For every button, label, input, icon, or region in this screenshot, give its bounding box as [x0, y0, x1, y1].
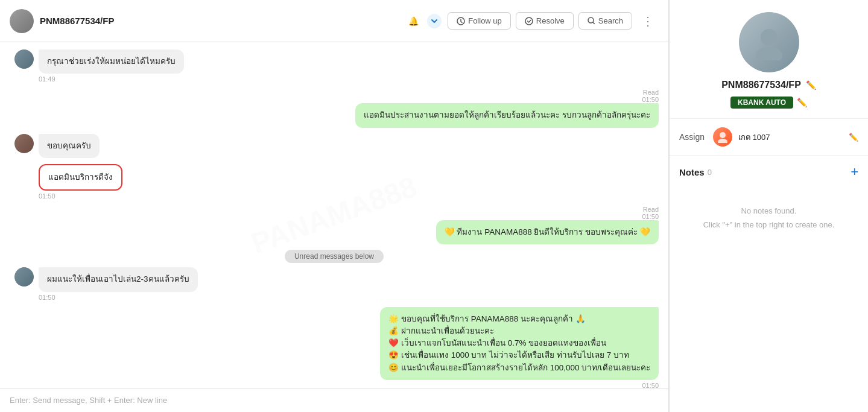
notes-header: Notes 0 +: [679, 164, 858, 180]
message-row: ขอบคุณครับ: [10, 134, 659, 158]
tag-edit-icon[interactable]: ✏️: [797, 98, 807, 107]
notes-empty-message: No notes found. Click "+" in the top rig…: [679, 204, 858, 232]
message-row: กรุณาช่วยเร่งให้ผมหน่อยได้ไหมครับ 01:49: [10, 49, 659, 83]
unread-label: Unread messages below: [285, 250, 384, 263]
avatar: [14, 49, 34, 69]
chat-input-area[interactable]: Enter: Send message, Shift + Enter: New …: [0, 388, 668, 412]
profile-avatar: [739, 12, 799, 72]
avatar: [14, 134, 34, 153]
svg-point-6: [718, 139, 727, 143]
message-row: Read01:50 แอดมินประสานงานตามยอดให้ลูกค้า…: [10, 89, 659, 127]
message-row: แอดมินบริการดีจัง 01:50: [10, 164, 659, 200]
assign-label: Assign: [679, 132, 705, 142]
svg-point-1: [525, 17, 533, 25]
message-bubble: Read01:50 แอดมินประสานงานตามยอดให้ลูกค้า…: [355, 89, 659, 127]
assign-edit-icon[interactable]: ✏️: [849, 133, 858, 142]
search-icon: [588, 17, 595, 25]
follow-up-button[interactable]: Follow up: [448, 12, 511, 30]
right-panel: PNM88677534/FP ✏️ KBANK AUTO ✏️ Assign เ…: [669, 0, 868, 412]
bubble-text: แอดมินบริการดีจัง: [39, 164, 122, 191]
assign-avatar-icon: [717, 131, 729, 143]
profile-name: PNM88677534/FP: [721, 80, 801, 90]
message-time: 01:49: [39, 75, 184, 83]
chat-panel: PNM88677534/FP 🔔 Follow up Resolve Searc…: [0, 0, 669, 412]
assign-avatar: [713, 127, 732, 147]
bubble-text: 🌟 ขอบคุณที่ใช้บริการ PANAMA888 นะคะคุณลู…: [380, 307, 659, 380]
assign-section: Assign เกต 1007 ✏️: [670, 119, 868, 156]
expand-button[interactable]: [427, 14, 442, 28]
chat-avatar: [10, 9, 34, 33]
notes-empty-line1: No notes found.: [679, 204, 858, 218]
bubble-text: แอดมินประสานงานตามยอดให้ลูกค้าเรียบร้อยแ…: [355, 103, 659, 127]
search-button[interactable]: Search: [578, 12, 632, 30]
assign-name: เกต 1007: [738, 131, 770, 144]
chat-header: PNM88677534/FP 🔔 Follow up Resolve Searc…: [0, 0, 668, 42]
follow-up-icon: [457, 17, 465, 25]
notes-add-button[interactable]: +: [851, 164, 858, 180]
message-time: 01:50: [380, 382, 659, 388]
kbank-tag: KBANK AUTO: [730, 97, 793, 109]
more-options-button[interactable]: ⋮: [637, 11, 659, 31]
profile-name-edit-icon[interactable]: ✏️: [806, 80, 816, 90]
messages-content: กรุณาช่วยเร่งให้ผมหน่อยได้ไหมครับ 01:49 …: [10, 49, 659, 388]
header-actions: Follow up Resolve Search ⋮: [448, 11, 659, 31]
notes-label: Notes: [679, 167, 705, 177]
message-row: ผมแนะให้เพื่อนเอาไปเล่น2-3คนแล้วครับ 01:…: [10, 267, 659, 300]
tag-row: KBANK AUTO ✏️: [730, 97, 807, 109]
message-bubble: กรุณาช่วยเร่งให้ผมหน่อยได้ไหมครับ 01:49: [39, 49, 184, 83]
resolve-button[interactable]: Resolve: [516, 12, 574, 30]
profile-name-row: PNM88677534/FP ✏️: [721, 80, 816, 90]
chat-input-placeholder[interactable]: Enter: Send message, Shift + Enter: New …: [10, 396, 659, 405]
read-status: Read01:50: [355, 89, 659, 103]
svg-point-3: [761, 29, 778, 46]
read-status: Read01:50: [436, 206, 659, 220]
svg-point-4: [756, 47, 782, 60]
message-bubble: 🌟 ขอบคุณที่ใช้บริการ PANAMA888 นะคะคุณลู…: [380, 307, 659, 388]
profile-avatar-icon: [751, 24, 787, 60]
bubble-text: 💛 ทีมงาน PANAMA888 ยินดีให้บริการ ขอบพระ…: [436, 220, 659, 244]
notes-section: Notes 0 + No notes found. Click "+" in t…: [670, 156, 868, 412]
unread-divider: Unread messages below: [10, 250, 659, 261]
message-row: 🌟 ขอบคุณที่ใช้บริการ PANAMA888 นะคะคุณลู…: [10, 307, 659, 388]
sound-icon: 🔔: [408, 16, 419, 26]
message-time: 01:50: [39, 294, 198, 301]
svg-point-5: [720, 132, 726, 138]
chat-title: PNM88677534/FP: [40, 16, 400, 26]
bubble-text: กรุณาช่วยเร่งให้ผมหน่อยได้ไหมครับ: [39, 49, 184, 74]
profile-section: PNM88677534/FP ✏️ KBANK AUTO ✏️: [670, 0, 868, 119]
message-bubble: Read01:50 💛 ทีมงาน PANAMA888 ยินดีให้บริ…: [436, 206, 659, 244]
message-time: 01:50: [39, 192, 122, 200]
message-bubble-highlighted: แอดมินบริการดีจัง 01:50: [39, 164, 122, 200]
bubble-text: ขอบคุณครับ: [39, 134, 100, 158]
message-row: Read01:50 💛 ทีมงาน PANAMA888 ยินดีให้บริ…: [10, 206, 659, 244]
notes-count: 0: [708, 168, 712, 177]
resolve-icon: [525, 17, 533, 25]
bubble-text: ผมแนะให้เพื่อนเอาไปเล่น2-3คนแล้วครับ: [39, 267, 198, 291]
messages-container: PANAMA888 กรุณาช่วยเร่งให้ผมหน่อยได้ไหมค…: [0, 42, 668, 388]
message-bubble: ผมแนะให้เพื่อนเอาไปเล่น2-3คนแล้วครับ 01:…: [39, 267, 198, 300]
message-bubble: ขอบคุณครับ: [39, 134, 100, 158]
notes-empty-line2: Click "+" in the top right to create one…: [679, 218, 858, 232]
avatar: [14, 267, 34, 287]
